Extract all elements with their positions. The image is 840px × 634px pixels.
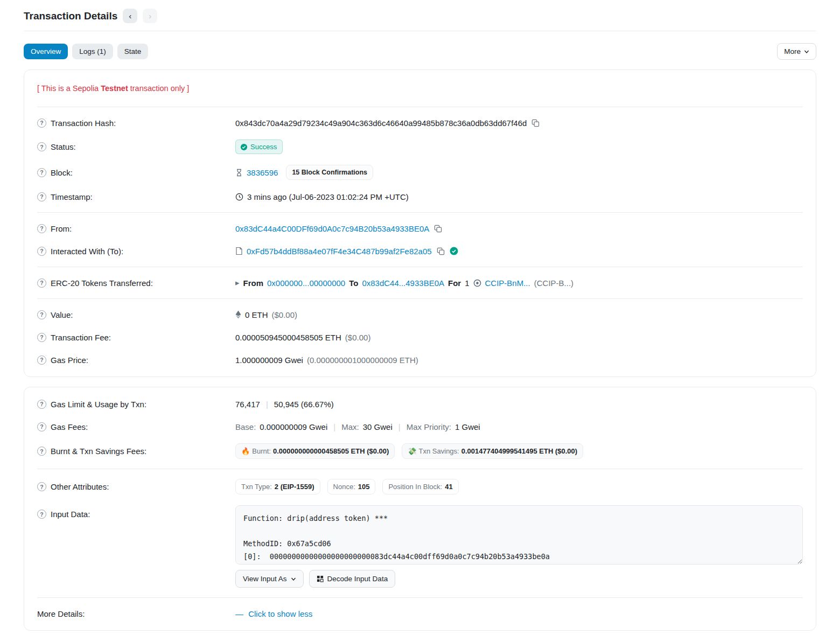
- tabs-row: Overview Logs (1) State More: [24, 43, 816, 60]
- from-address-link[interactable]: 0x83dC44a4C00DFf69d0A0c7c94B20b53a4933BE…: [235, 224, 429, 233]
- base-fee-label: Base:: [235, 422, 256, 431]
- from-label: From:: [51, 224, 72, 233]
- divider: [37, 469, 803, 469]
- divider: [37, 597, 803, 598]
- gas-price-value: 1.000000009 Gwei: [235, 356, 303, 365]
- help-icon[interactable]: ?: [37, 168, 46, 177]
- row-gas-price: ? Gas Price: 1.000000009 Gwei (0.0000000…: [37, 349, 803, 371]
- divider: [37, 298, 803, 299]
- position-in-block-value: 41: [445, 483, 452, 491]
- txn-savings-badge: 💸 Txn Savings: 0.001477404999541495 ETH …: [402, 443, 583, 459]
- tab-logs[interactable]: Logs (1): [72, 44, 113, 59]
- divider: [37, 212, 803, 213]
- erc20-from-word: From: [243, 278, 264, 288]
- help-icon[interactable]: ?: [37, 278, 46, 288]
- row-transaction-hash: ? Transaction Hash: 0x843dc70a4a29d79234…: [37, 112, 803, 134]
- testnet-banner-prefix: [ This is a Sepolia: [37, 84, 101, 93]
- erc20-for-word: For: [448, 278, 461, 288]
- help-icon[interactable]: ?: [37, 247, 46, 256]
- divider: [37, 107, 803, 107]
- token-icon: [473, 279, 481, 287]
- help-icon[interactable]: ?: [37, 356, 46, 365]
- transaction-fee-label: Transaction Fee:: [51, 333, 111, 342]
- row-status: ? Status: Success: [37, 134, 803, 159]
- interacted-with-label: Interacted With (To):: [51, 247, 123, 256]
- help-icon[interactable]: ?: [37, 142, 46, 151]
- chevron-down-icon: [804, 49, 809, 54]
- input-data-label: Input Data:: [51, 510, 90, 519]
- decode-input-data-button[interactable]: Decode Input Data: [309, 570, 396, 588]
- erc20-token-symbol: (CCIP-B...): [534, 278, 573, 288]
- show-less-link-text: Click to show less: [248, 609, 312, 618]
- row-value: ? Value: 0 ETH ($0.00): [37, 303, 803, 326]
- max-priority-fee-value: 1 Gwei: [455, 422, 480, 431]
- help-icon[interactable]: ?: [37, 482, 46, 491]
- separator: |: [331, 422, 338, 431]
- more-dropdown-label: More: [784, 47, 801, 55]
- chevron-right-icon: ›: [149, 12, 151, 20]
- block-confirmations-badge: 15 Block Confirmations: [286, 165, 373, 180]
- position-in-block-label: Position In Block:: [388, 483, 442, 491]
- next-transaction-button[interactable]: ›: [143, 9, 157, 23]
- transaction-fee-usd: ($0.00): [345, 333, 371, 342]
- testnet-banner-bold: Testnet: [101, 84, 128, 93]
- eth-icon: [235, 310, 241, 319]
- txn-type-value: 2 (EIP-1559): [275, 483, 314, 491]
- help-icon[interactable]: ?: [37, 310, 46, 319]
- erc20-amount: 1: [465, 278, 469, 288]
- savings-badge-label: Txn Savings:: [419, 447, 459, 455]
- help-icon[interactable]: ?: [37, 422, 46, 431]
- max-priority-fee-label: Max Priority:: [407, 422, 451, 431]
- contract-icon: [235, 247, 243, 255]
- row-interacted-with: ? Interacted With (To): 0xFd57b4ddBf88a4…: [37, 240, 803, 262]
- transaction-hash-label: Transaction Hash:: [51, 119, 116, 128]
- decode-icon: [317, 575, 324, 582]
- input-data-textarea[interactable]: Function: drip(address token) *** Method…: [235, 505, 803, 565]
- erc20-to-address-link[interactable]: 0x83dC44...4933BE0A: [362, 278, 444, 288]
- tab-state[interactable]: State: [117, 44, 149, 59]
- erc20-to-word: To: [349, 278, 358, 288]
- copy-icon[interactable]: [530, 118, 541, 128]
- help-icon[interactable]: ?: [37, 224, 46, 233]
- erc20-label: ERC-20 Tokens Transferred:: [51, 278, 153, 288]
- row-gas-fees: ? Gas Fees: Base: 0.000000009 Gwei | Max…: [37, 415, 803, 438]
- position-in-block-badge: Position In Block: 41: [382, 479, 458, 494]
- gas-price-label: Gas Price:: [51, 356, 88, 365]
- copy-icon[interactable]: [436, 246, 446, 256]
- value-amount: 0 ETH: [245, 310, 268, 319]
- erc20-from-address-link[interactable]: 0x000000...00000000: [267, 278, 345, 288]
- burnt-badge-label: Burnt:: [252, 447, 271, 455]
- more-dropdown-button[interactable]: More: [777, 43, 816, 60]
- help-icon[interactable]: ?: [37, 400, 46, 409]
- help-icon[interactable]: ?: [37, 447, 46, 456]
- help-icon[interactable]: ?: [37, 119, 46, 128]
- erc20-token-link[interactable]: CCIP-BnM...: [485, 278, 530, 288]
- help-icon[interactable]: ?: [37, 192, 46, 201]
- show-less-link[interactable]: — Click to show less: [235, 609, 312, 618]
- overview-card: [ This is a Sepolia Testnet transaction …: [24, 69, 816, 377]
- help-icon[interactable]: ?: [37, 510, 46, 519]
- transaction-details-page: Transaction Details ‹ › Overview Logs (1…: [0, 0, 840, 634]
- to-address-link[interactable]: 0xFd57b4ddBf88a4e07fF4e34C487b99af2Fe82a…: [247, 247, 432, 256]
- input-data-actions: View Input As Decode Input Data: [235, 570, 803, 588]
- block-number-link[interactable]: 3836596: [247, 168, 278, 177]
- previous-transaction-button[interactable]: ‹: [123, 9, 137, 23]
- other-attributes-label: Other Attributes:: [51, 482, 109, 491]
- copy-icon[interactable]: [433, 224, 443, 234]
- txn-type-label: Txn Type:: [241, 483, 272, 491]
- row-other-attributes: ? Other Attributes: Txn Type: 2 (EIP-155…: [37, 473, 803, 500]
- burnt-fee-badge: 🔥 Burnt: 0.000000000000458505 ETH ($0.00…: [235, 443, 395, 459]
- gas-limit-label: Gas Limit & Usage by Txn:: [51, 400, 146, 409]
- timestamp-value: 3 mins ago (Jul-06-2023 01:02:24 PM +UTC…: [247, 192, 409, 201]
- testnet-banner: [ This is a Sepolia Testnet transaction …: [37, 75, 803, 102]
- gas-usage-value: 50,945 (66.67%): [274, 400, 334, 409]
- transaction-hash-value: 0x843dc70a4a29d79234c49a904c363d6c46640a…: [235, 119, 527, 128]
- clock-icon: [235, 193, 243, 201]
- txn-type-badge: Txn Type: 2 (EIP-1559): [235, 479, 320, 494]
- help-icon[interactable]: ?: [37, 333, 46, 342]
- view-input-as-button[interactable]: View Input As: [235, 570, 304, 588]
- tab-overview[interactable]: Overview: [24, 44, 68, 59]
- testnet-banner-suffix: transaction only ]: [128, 84, 190, 93]
- nonce-badge: Nonce: 105: [327, 479, 376, 494]
- separator: |: [396, 422, 403, 431]
